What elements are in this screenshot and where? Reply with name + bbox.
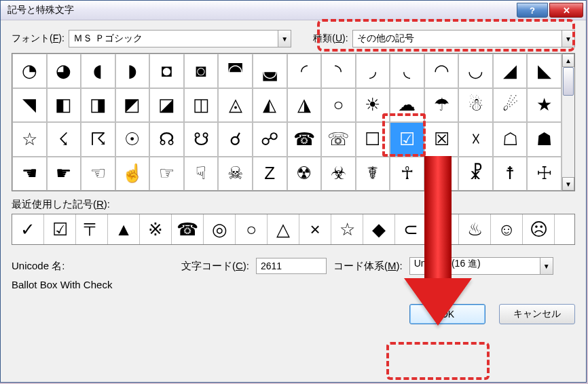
recent-cell[interactable]: △ — [268, 214, 299, 244]
char-cell[interactable]: ◢ — [493, 54, 528, 88]
char-cell[interactable]: ◗ — [115, 54, 150, 88]
char-cell[interactable]: ◧ — [47, 88, 81, 123]
font-select[interactable]: ＭＳ Ｐゴシック ▼ — [69, 30, 291, 47]
char-cell[interactable]: ☆ — [12, 122, 47, 157]
chevron-down-icon[interactable]: ▼ — [278, 31, 291, 47]
char-cell[interactable]: ☜ — [81, 157, 115, 191]
char-cell[interactable]: ◚ — [218, 54, 253, 88]
char-cell[interactable]: ☑ — [390, 122, 424, 157]
char-cell[interactable]: ☃ — [458, 88, 493, 123]
char-cell[interactable]: ☀ — [356, 88, 390, 123]
char-cell[interactable]: ◩ — [115, 88, 150, 123]
scroll-down-button[interactable]: ▼ — [562, 177, 574, 191]
recent-cell[interactable]: ✂ — [427, 214, 459, 244]
recent-cell[interactable]: ☎ — [172, 214, 204, 244]
recent-cell[interactable]: ◎ — [204, 214, 236, 244]
char-cell[interactable]: ☐ — [356, 122, 390, 157]
close-button[interactable]: ✕ — [549, 3, 583, 18]
char-cell[interactable]: ◔ — [12, 54, 47, 88]
char-cell[interactable]: ☂ — [424, 88, 459, 123]
recent-cell[interactable]: ※ — [140, 214, 172, 244]
char-cell[interactable]: ☩ — [527, 157, 562, 191]
char-cell[interactable]: ◠ — [424, 54, 459, 88]
char-cell[interactable]: ☄ — [493, 88, 528, 123]
char-cell[interactable]: ☏ — [321, 122, 356, 157]
char-cell[interactable]: ◝ — [321, 54, 356, 88]
char-cell[interactable]: ☛ — [47, 157, 81, 191]
char-cell[interactable]: ◮ — [287, 88, 322, 123]
char-cell[interactable]: ☠ — [218, 157, 253, 191]
char-cell[interactable]: ☖ — [493, 122, 528, 157]
recent-cell[interactable]: ▲ — [108, 214, 140, 244]
char-cell[interactable]: ☋ — [184, 122, 219, 157]
grid-scrollbar[interactable]: ▲ ▼ — [562, 54, 574, 191]
char-cell[interactable]: ★ — [527, 88, 562, 123]
recent-cell[interactable]: 〒 — [76, 214, 108, 244]
symbol-dialog: 記号と特殊文字 ? ✕ フォント(F): ＭＳ Ｐゴシック ▼ 種類(U): そ… — [0, 0, 587, 383]
char-cell[interactable]: ☦ — [424, 157, 459, 191]
char-cell[interactable]: ☤ — [356, 157, 390, 191]
scroll-thumb[interactable] — [563, 67, 574, 96]
char-cell[interactable]: ☞ — [149, 157, 184, 191]
chevron-down-icon[interactable]: ▼ — [540, 258, 553, 274]
recent-cell[interactable]: ♨ — [459, 214, 491, 244]
char-cell[interactable]: ◡ — [458, 54, 493, 88]
recent-cell[interactable]: × — [299, 214, 331, 244]
titlebar: 記号と特殊文字 ? ✕ — [1, 1, 586, 20]
char-cell[interactable]: ◥ — [12, 88, 47, 123]
recent-cell[interactable]: ☺ — [491, 214, 523, 244]
char-cell[interactable]: ◪ — [149, 88, 184, 123]
char-cell[interactable]: ◬ — [218, 88, 253, 123]
char-cell[interactable]: ☁ — [390, 88, 424, 123]
char-cell[interactable]: ☓ — [458, 122, 493, 157]
recent-cell[interactable]: ☆ — [331, 214, 363, 244]
char-cell[interactable]: ☉ — [115, 122, 150, 157]
char-cell[interactable]: ◖ — [81, 54, 115, 88]
recent-row: ✓☑〒▲※☎◎○△×☆◆⊂✂♨☺☹ — [12, 214, 575, 245]
cancel-button[interactable]: キャンセル — [499, 304, 575, 324]
char-cell[interactable]: ☣ — [321, 157, 356, 191]
char-cell[interactable]: ☌ — [218, 122, 253, 157]
char-cell[interactable]: ◙ — [184, 54, 219, 88]
char-cell[interactable]: ☚ — [12, 157, 47, 191]
char-cell[interactable]: ◟ — [390, 54, 424, 88]
char-cell[interactable]: ☥ — [390, 157, 424, 191]
char-cell[interactable]: ☟ — [184, 157, 219, 191]
chevron-down-icon[interactable]: ▼ — [562, 31, 574, 47]
char-cell[interactable]: ○ — [321, 88, 356, 123]
char-cell[interactable]: ☢ — [287, 157, 322, 191]
char-cell[interactable]: ☝ — [115, 157, 150, 191]
recent-cell[interactable]: ☹ — [523, 214, 555, 244]
ok-button[interactable]: OK — [409, 304, 485, 324]
char-cell[interactable]: ☗ — [527, 122, 562, 157]
char-cell[interactable]: ☧ — [458, 157, 493, 191]
recent-cell[interactable]: ◆ — [363, 214, 395, 244]
char-cell[interactable]: ◞ — [356, 54, 390, 88]
char-cell[interactable]: ☨ — [493, 157, 528, 191]
code-system-select[interactable]: Unicode (16 進) ▼ — [409, 257, 553, 275]
recent-cell[interactable]: ☑ — [44, 214, 76, 244]
char-cell[interactable]: ☈ — [81, 122, 115, 157]
char-cell[interactable]: ☍ — [253, 122, 287, 157]
char-cell[interactable]: ◜ — [287, 54, 322, 88]
char-cell[interactable]: ◣ — [527, 54, 562, 88]
char-cell[interactable]: ◨ — [81, 88, 115, 123]
recent-cell[interactable]: ○ — [236, 214, 268, 244]
char-cell[interactable]: ☎ — [287, 122, 322, 157]
char-cell[interactable]: ☇ — [47, 122, 81, 157]
char-cell[interactable]: ◭ — [253, 88, 287, 123]
type-select[interactable]: その他の記号 ▼ — [352, 30, 575, 47]
char-cell[interactable]: ☊ — [149, 122, 184, 157]
char-cell[interactable]: ☒ — [424, 122, 459, 157]
help-button[interactable]: ? — [517, 3, 548, 18]
char-cell[interactable]: ◛ — [253, 54, 287, 88]
char-cell[interactable]: ◕ — [47, 54, 81, 88]
char-code-label: 文字コード(C): — [181, 260, 249, 273]
char-cell[interactable]: ◫ — [184, 88, 219, 123]
recent-cell[interactable]: ✓ — [12, 214, 44, 244]
char-code-input[interactable] — [256, 258, 327, 274]
char-cell[interactable]: Z — [253, 157, 287, 191]
recent-cell[interactable]: ⊂ — [395, 214, 427, 244]
scroll-up-button[interactable]: ▲ — [562, 54, 574, 67]
char-cell[interactable]: ◘ — [149, 54, 184, 88]
